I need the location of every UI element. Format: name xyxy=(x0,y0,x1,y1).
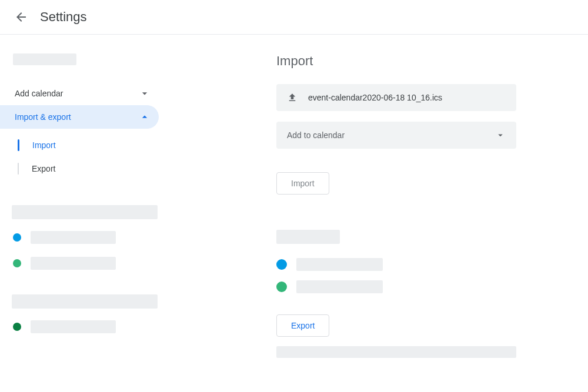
export-button-wrap: Export xyxy=(276,314,564,337)
export-title-placeholder xyxy=(276,230,340,244)
sidebar-sub-items: Import Export xyxy=(12,133,165,180)
calendar-name-placeholder xyxy=(31,320,116,333)
sidebar: Add calendar Import & export Import xyxy=(0,53,165,358)
sidebar-calendar-item[interactable] xyxy=(13,257,165,270)
page-title: Settings xyxy=(40,9,87,25)
export-button[interactable]: Export xyxy=(276,314,329,337)
import-section-title: Import xyxy=(276,53,564,69)
add-to-calendar-select[interactable]: Add to calendar xyxy=(276,122,516,149)
sidebar-import-export[interactable]: Import & export xyxy=(0,105,159,129)
calendar-name-placeholder xyxy=(31,257,116,270)
calendar-color-dot xyxy=(13,323,21,331)
sidebar-sub-export[interactable]: Export xyxy=(18,157,165,180)
main-panel: Import event-calendar2020-06-18 10_16.ic… xyxy=(165,53,588,358)
calendar-name-placeholder xyxy=(31,231,116,244)
sidebar-calendar-item[interactable] xyxy=(13,320,165,333)
upload-icon xyxy=(287,92,298,103)
calendar-color-dot xyxy=(13,259,21,267)
calendar-color-dot xyxy=(276,282,287,292)
calendar-color-dot xyxy=(13,233,21,242)
sidebar-section-header-placeholder xyxy=(12,294,158,309)
calendar-color-dot xyxy=(276,259,287,270)
chevron-down-icon xyxy=(139,88,151,99)
sidebar-import-export-label: Import & export xyxy=(15,112,71,122)
add-to-calendar-label: Add to calendar xyxy=(287,130,345,140)
export-calendar-item xyxy=(276,280,564,293)
dropdown-arrow-icon xyxy=(495,130,506,140)
calendar-name-placeholder xyxy=(296,258,383,271)
back-arrow-icon[interactable] xyxy=(14,10,28,24)
sidebar-sub-import[interactable]: Import xyxy=(18,133,165,157)
file-upload-box[interactable]: event-calendar2020-06-18 10_16.ics xyxy=(276,84,516,111)
calendar-name-placeholder xyxy=(296,280,383,293)
content: Add calendar Import & export Import xyxy=(0,35,588,358)
chevron-up-icon xyxy=(139,111,151,123)
export-description-placeholder xyxy=(276,346,516,358)
export-calendar-item xyxy=(276,258,564,271)
sidebar-sub-import-label: Import xyxy=(32,140,56,150)
header: Settings xyxy=(0,0,588,35)
sidebar-calendar-item[interactable] xyxy=(13,231,165,244)
sidebar-section-header-placeholder xyxy=(12,205,158,219)
uploaded-file-name: event-calendar2020-06-18 10_16.ics xyxy=(308,93,442,102)
sidebar-add-calendar-label: Add calendar xyxy=(15,89,64,98)
sidebar-add-calendar[interactable]: Add calendar xyxy=(12,82,159,105)
sub-item-marker xyxy=(18,139,19,151)
import-button[interactable]: Import xyxy=(276,172,329,195)
sidebar-sub-export-label: Export xyxy=(32,164,55,173)
sidebar-general-placeholder xyxy=(13,53,76,65)
sub-item-marker xyxy=(18,163,19,175)
export-section: Export xyxy=(276,230,564,358)
